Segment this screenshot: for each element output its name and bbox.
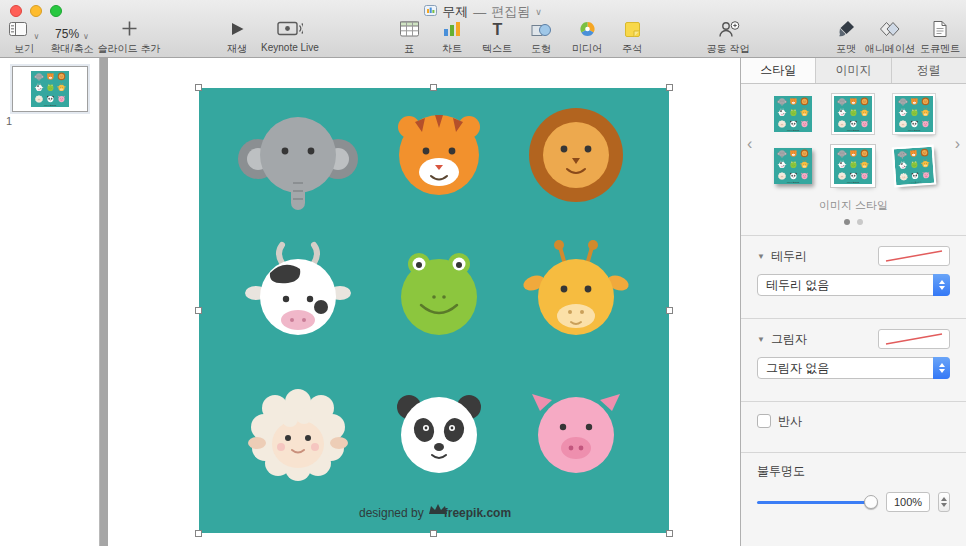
animate-button[interactable]: 애니메이션 bbox=[862, 22, 918, 56]
image-styles-area: ‹ › 이미지 스타일 bbox=[741, 84, 966, 225]
reflection-section: 반사 bbox=[741, 402, 966, 442]
selection-handle-bottom-left[interactable] bbox=[195, 530, 202, 537]
keynote-document-icon bbox=[424, 4, 437, 20]
plus-icon bbox=[121, 20, 138, 41]
document-button[interactable]: 도큐멘트 bbox=[916, 22, 964, 56]
opacity-title: 불투명도 bbox=[757, 463, 950, 480]
collaborate-person-icon bbox=[717, 21, 740, 41]
opacity-slider[interactable] bbox=[757, 495, 878, 509]
styles-prev-arrow[interactable]: ‹ bbox=[747, 136, 752, 152]
border-title: 테두리 bbox=[771, 248, 872, 265]
media-button[interactable]: 미디어 bbox=[565, 22, 609, 56]
chart-icon bbox=[443, 21, 461, 41]
title-separator: — bbox=[473, 5, 486, 20]
toolbar: ∨ 보기 75%∨ 확대/축소 슬라이드 추가 재생 Keynote Live bbox=[0, 22, 966, 58]
image-style-option-3[interactable] bbox=[891, 92, 937, 136]
table-icon bbox=[400, 21, 419, 41]
slide-navigator: 1 bbox=[0, 58, 100, 546]
shadow-line-style-well[interactable] bbox=[878, 329, 950, 349]
edited-status: 편집됨 bbox=[491, 3, 530, 21]
shadow-section: ▼ 그림자 그림자 없음 bbox=[741, 319, 966, 391]
opacity-value-field[interactable]: 100% bbox=[886, 492, 930, 512]
border-disclosure-triangle-icon[interactable]: ▼ bbox=[757, 252, 765, 261]
selection-handle-top-left[interactable] bbox=[195, 84, 202, 91]
tab-arrange[interactable]: 정렬 bbox=[892, 58, 966, 83]
shadow-disclosure-triangle-icon[interactable]: ▼ bbox=[757, 335, 765, 344]
reflection-checkbox[interactable] bbox=[757, 414, 771, 428]
chevron-down-icon: ∨ bbox=[83, 32, 89, 41]
window-chrome: 무제 — 편집됨 ∨ ∨ 보기 75%∨ 확대/축소 슬라이드 추가 재생 bbox=[0, 0, 966, 58]
table-button[interactable]: 표 bbox=[391, 22, 427, 56]
image-style-option-6[interactable] bbox=[891, 144, 937, 188]
keynote-window: 무제 — 편집됨 ∨ ∨ 보기 75%∨ 확대/축소 슬라이드 추가 재생 bbox=[0, 0, 966, 546]
media-icon bbox=[579, 21, 596, 41]
opacity-stepper[interactable] bbox=[938, 492, 950, 512]
keynote-live-button[interactable]: Keynote Live bbox=[255, 22, 325, 53]
comment-button[interactable]: 주석 bbox=[614, 22, 650, 56]
window-title: 무제 — 편집됨 ∨ bbox=[0, 3, 966, 21]
document-page-icon bbox=[933, 21, 947, 41]
popup-chevrons-icon bbox=[933, 274, 950, 296]
selection-handle-top-middle[interactable] bbox=[430, 84, 437, 91]
image-style-option-5[interactable] bbox=[830, 144, 876, 188]
border-style-popup[interactable]: 테두리 없음 bbox=[757, 274, 950, 296]
tab-image[interactable]: 이미지 bbox=[816, 58, 891, 83]
format-inspector: 스타일 이미지 정렬 ‹ › 이미지 스타일 bbox=[740, 58, 966, 546]
view-icon bbox=[9, 22, 30, 41]
canvas-gutter bbox=[100, 58, 108, 546]
selection-handle-middle-left[interactable] bbox=[195, 307, 202, 314]
style-page-dots[interactable] bbox=[763, 219, 944, 225]
image-style-option-2[interactable] bbox=[830, 92, 876, 136]
zoom-value: 75% bbox=[55, 27, 79, 41]
border-section: ▼ 테두리 테두리 없음 bbox=[741, 236, 966, 308]
title-chevron-down-icon[interactable]: ∨ bbox=[535, 7, 542, 17]
comment-note-icon bbox=[625, 22, 640, 41]
shadow-style-popup[interactable]: 그림자 없음 bbox=[757, 357, 950, 379]
chart-button[interactable]: 차트 bbox=[432, 22, 472, 56]
titlebar: 무제 — 편집됨 ∨ bbox=[0, 0, 966, 22]
collaborate-button[interactable]: 공동 작업 bbox=[698, 22, 758, 56]
play-button[interactable]: 재생 bbox=[219, 22, 255, 56]
selection-handle-bottom-middle[interactable] bbox=[430, 530, 437, 537]
shadow-title: 그림자 bbox=[771, 331, 872, 348]
slide-number: 1 bbox=[6, 115, 12, 127]
tab-style[interactable]: 스타일 bbox=[741, 58, 816, 83]
image-style-option-1[interactable] bbox=[770, 92, 816, 136]
selection-handle-top-right[interactable] bbox=[666, 84, 673, 91]
format-button[interactable]: 포맷 bbox=[828, 22, 864, 56]
border-popup-value: 테두리 없음 bbox=[766, 277, 829, 294]
svg-text:T: T bbox=[492, 21, 502, 37]
slide-canvas[interactable] bbox=[108, 58, 740, 546]
page-dot-1[interactable] bbox=[844, 219, 850, 225]
add-slide-button[interactable]: 슬라이드 추가 bbox=[96, 22, 162, 56]
zoom-button[interactable]: 75%∨ 확대/축소 bbox=[44, 22, 100, 56]
reflection-label: 반사 bbox=[778, 413, 802, 430]
styles-next-arrow[interactable]: › bbox=[955, 136, 960, 152]
page-dot-2[interactable] bbox=[857, 219, 863, 225]
opacity-slider-track bbox=[757, 501, 876, 504]
selection-handle-bottom-right[interactable] bbox=[666, 530, 673, 537]
selection-handle-middle-right[interactable] bbox=[666, 307, 673, 314]
keynote-live-icon bbox=[277, 21, 303, 41]
chevron-down-icon: ∨ bbox=[34, 32, 40, 41]
main-content: 1 스타일 이미지 정렬 bbox=[0, 58, 966, 546]
inspector-tabs: 스타일 이미지 정렬 bbox=[741, 58, 966, 84]
popup-chevrons-icon bbox=[933, 357, 950, 379]
opacity-section: 불투명도 100% bbox=[741, 453, 966, 524]
text-tool-icon: T bbox=[490, 21, 505, 41]
image-styles-caption: 이미지 스타일 bbox=[763, 198, 944, 213]
shape-icon bbox=[531, 21, 551, 41]
image-style-grid bbox=[763, 92, 944, 188]
slide-thumbnail-1[interactable] bbox=[12, 66, 88, 112]
format-brush-icon bbox=[837, 20, 855, 41]
view-button[interactable]: ∨ 보기 bbox=[6, 22, 42, 56]
text-button[interactable]: T 텍스트 bbox=[475, 22, 519, 56]
image-style-option-4[interactable] bbox=[770, 144, 816, 188]
shadow-popup-value: 그림자 없음 bbox=[766, 360, 829, 377]
border-line-style-well[interactable] bbox=[878, 246, 950, 266]
animate-diamond-icon bbox=[880, 21, 900, 41]
opacity-slider-knob[interactable] bbox=[864, 495, 878, 509]
selected-animal-image[interactable] bbox=[199, 88, 669, 533]
shape-button[interactable]: 도형 bbox=[523, 22, 559, 56]
document-title: 무제 bbox=[442, 3, 468, 21]
